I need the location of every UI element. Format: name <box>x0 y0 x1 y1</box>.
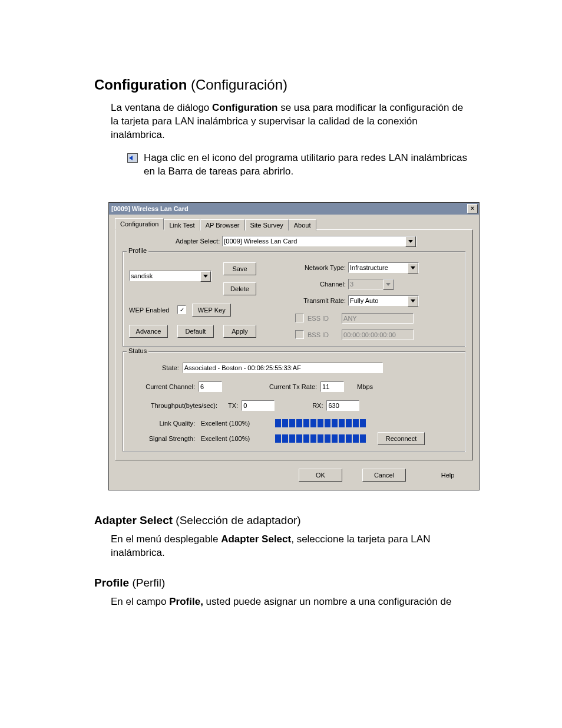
bssid-value: 00:00:00:00:00:00 <box>343 331 396 338</box>
tab-configuration[interactable]: Configuration <box>115 218 164 230</box>
delete-button[interactable]: Delete <box>223 282 256 295</box>
rx-label: RX: <box>312 402 323 409</box>
tab-ap-browser[interactable]: AP Browser <box>200 219 245 230</box>
apply-button[interactable]: Apply <box>223 325 256 338</box>
bssid-checkbox <box>295 330 304 339</box>
rx-value: 630 <box>328 402 339 409</box>
tx-label: TX: <box>228 402 238 409</box>
chevron-down-icon <box>405 236 416 247</box>
tray-program-icon <box>127 153 138 163</box>
config-dialog: [0009] Wireless Lan Card × Configuration… <box>108 202 480 490</box>
tab-about[interactable]: About <box>289 219 316 230</box>
profile-legend: Profile <box>127 247 148 254</box>
default-button[interactable]: Default <box>177 325 214 338</box>
adapter-select-paragraph: En el menú desplegable Adapter Select, s… <box>111 533 468 560</box>
current-channel-field: 6 <box>199 381 222 392</box>
current-tx-rate-value: 11 <box>322 383 329 390</box>
ok-button[interactable]: OK <box>299 469 342 482</box>
essid-label: ESS ID <box>308 315 329 322</box>
advance-button[interactable]: Advance <box>129 325 168 338</box>
chevron-down-icon <box>200 271 211 282</box>
profile-combo[interactable]: sandisk <box>129 271 211 281</box>
signal-strength-label: Signal Strength: <box>129 435 195 442</box>
status-groupbox: Status State: Associated - Boston - 00:0… <box>123 351 465 452</box>
link-quality-label: Link Quality: <box>129 420 195 427</box>
help-button[interactable]: Help <box>426 469 470 482</box>
state-label: State: <box>162 364 179 371</box>
network-type-label: Network Type: <box>295 264 346 271</box>
state-value: Associated - Boston - 00:06:25:55:33:AF <box>184 364 301 371</box>
adapter-select-label: Adapter Select: <box>176 238 220 245</box>
link-quality-value: Excellent (100%) <box>201 420 260 427</box>
status-legend: Status <box>127 347 148 354</box>
bullet-text: Haga clic en el icono del programa utili… <box>144 151 468 179</box>
essid-checkbox <box>295 314 304 322</box>
adapter-select-value: [0009] Wireless Lan Card <box>224 238 297 245</box>
current-channel-value: 6 <box>200 383 204 390</box>
tab-link-test[interactable]: Link Test <box>164 219 200 230</box>
network-type-combo[interactable]: Infrastructure <box>348 262 419 273</box>
wep-enabled-checkbox[interactable]: ✓ <box>177 305 186 314</box>
checkmark-icon: ✓ <box>180 307 184 313</box>
bssid-label: BSS ID <box>308 331 329 338</box>
transmit-rate-label: Transmit Rate: <box>295 297 346 304</box>
close-icon: × <box>471 206 474 212</box>
profile-paragraph: En el campo Profile, usted puede asignar… <box>111 595 468 609</box>
profile-groupbox: Profile sandisk Save Delete W <box>123 251 465 347</box>
signal-strength-value: Excellent (100%) <box>201 435 260 442</box>
heading-adapter-select: Adapter Select (Selección de adaptador) <box>94 514 468 527</box>
adapter-select-combo[interactable]: [0009] Wireless Lan Card <box>222 236 416 246</box>
intro-paragraph: La ventana de diálogo Configuration se u… <box>111 101 468 142</box>
tab-site-survey[interactable]: Site Survey <box>245 219 289 230</box>
throughput-label: Throughput(bytes/sec): <box>129 402 217 409</box>
mbps-label: Mbps <box>357 383 373 390</box>
profile-value: sandisk <box>131 272 153 279</box>
dialog-title: [0009] Wireless Lan Card <box>111 205 189 212</box>
chevron-down-icon <box>408 263 418 274</box>
chevron-down-icon <box>408 296 418 307</box>
channel-combo: 3 <box>348 279 394 289</box>
network-type-value: Infrastructure <box>350 264 388 271</box>
transmit-rate-combo[interactable]: Fully Auto <box>348 295 419 306</box>
state-field: Associated - Boston - 00:06:25:55:33:AF <box>183 363 383 373</box>
tx-value: 0 <box>243 402 247 409</box>
essid-value: ANY <box>343 315 357 322</box>
dialog-titlebar[interactable]: [0009] Wireless Lan Card × <box>109 203 479 215</box>
rx-field: 630 <box>326 400 359 411</box>
tx-field: 0 <box>242 400 275 411</box>
essid-field: ANY <box>342 313 414 324</box>
transmit-rate-value: Fully Auto <box>350 297 378 304</box>
cancel-button[interactable]: Cancel <box>362 469 406 482</box>
current-channel-label: Current Channel: <box>129 383 195 390</box>
bssid-field: 00:00:00:00:00:00 <box>342 330 414 340</box>
save-button[interactable]: Save <box>223 262 256 275</box>
wep-key-button[interactable]: WEP Key <box>192 304 231 317</box>
channel-value: 3 <box>350 281 353 288</box>
reconnect-button[interactable]: Reconnect <box>378 432 425 445</box>
wep-enabled-label: WEP Enabled <box>129 307 169 314</box>
current-tx-rate-field: 11 <box>320 381 344 392</box>
link-quality-meter <box>275 419 366 427</box>
current-tx-rate-label: Current Tx Rate: <box>269 383 317 390</box>
close-button[interactable]: × <box>467 204 478 213</box>
signal-strength-meter <box>275 434 366 443</box>
heading-configuration: Configuration (Configuración) <box>94 77 468 93</box>
tab-strip: Configuration Link Test AP Browser Site … <box>115 218 473 229</box>
channel-label: Channel: <box>295 281 346 288</box>
chevron-down-icon <box>383 279 394 290</box>
heading-profile: Profile (Perfil) <box>94 577 468 589</box>
